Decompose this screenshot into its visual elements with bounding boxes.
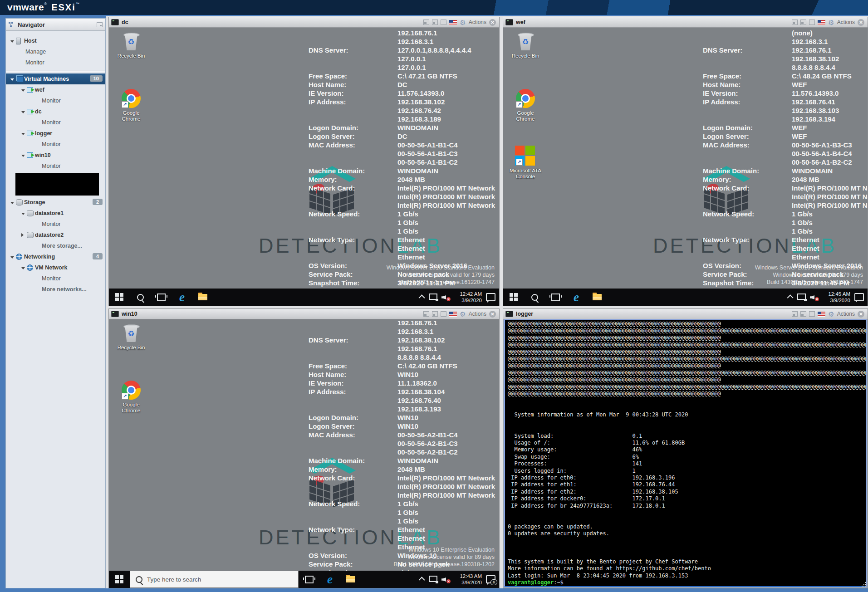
start-button[interactable]: [109, 571, 130, 588]
gear-icon[interactable]: ⚙: [828, 311, 834, 318]
start-button[interactable]: [109, 289, 130, 306]
desktop-icon-google-chrome[interactable]: ↗Google Chrome: [113, 88, 149, 122]
search-icon[interactable]: [130, 289, 151, 306]
sidebar-item-dc[interactable]: dc: [6, 106, 105, 117]
task-view-icon[interactable]: [545, 289, 566, 306]
chevron-down-icon[interactable]: [21, 87, 27, 93]
sidebar-item-networking[interactable]: Networking4: [6, 251, 105, 262]
sidebar-item-logger[interactable]: logger: [6, 128, 105, 139]
window-size-icon[interactable]: [792, 311, 798, 317]
chevron-down-icon[interactable]: [10, 254, 16, 260]
chevron-down-icon[interactable]: [10, 76, 16, 82]
desktop-icon-microsoft-ata-console[interactable]: ↗Microsoft ATA Console: [508, 145, 543, 180]
window-size-icon[interactable]: [432, 20, 438, 25]
task-view-icon[interactable]: [151, 289, 172, 306]
file-explorer-icon[interactable]: [340, 571, 361, 588]
sidebar-item-more-networks[interactable]: More networks...: [6, 284, 105, 295]
close-icon[interactable]: ✕: [489, 19, 496, 26]
chevron-right-icon[interactable]: [21, 232, 27, 238]
sidebar-item-monitor[interactable]: Monitor: [6, 57, 105, 68]
sidebar-item-wef[interactable]: wef: [6, 84, 105, 95]
console-titlebar-win10[interactable]: win10 ⚙ Actions ✕: [109, 309, 499, 319]
sidebar-item-monitor[interactable]: Monitor: [6, 139, 105, 150]
close-icon[interactable]: ✕: [858, 311, 864, 318]
chevron-down-icon[interactable]: [21, 108, 27, 115]
file-explorer-icon[interactable]: [192, 289, 213, 306]
internet-explorer-icon[interactable]: e: [566, 289, 587, 306]
sidebar-item-manage[interactable]: Manage: [6, 46, 105, 57]
edge-icon[interactable]: e: [319, 571, 340, 588]
tray-chevron-icon[interactable]: [419, 294, 425, 301]
vm-console-window-dc[interactable]: dc ⚙ Actions ✕: [108, 17, 500, 306]
search-input[interactable]: Type here to search: [130, 571, 299, 588]
window-size-icon[interactable]: [800, 20, 806, 25]
sidebar-item-storage[interactable]: Storage2: [6, 197, 105, 208]
action-center-icon[interactable]: [486, 293, 495, 301]
desktop-icon-recycle-bin[interactable]: ♻Recycle Bin: [508, 31, 543, 59]
actions-button[interactable]: Actions: [469, 311, 486, 317]
tray-chevron-icon[interactable]: [419, 577, 425, 583]
sidebar-item-monitor[interactable]: Monitor: [6, 219, 105, 230]
tray-chevron-icon[interactable]: [787, 294, 794, 301]
console-titlebar-dc[interactable]: dc ⚙ Actions ✕: [109, 17, 499, 28]
network-icon[interactable]: [429, 294, 437, 300]
window-size-icon[interactable]: [423, 311, 429, 317]
speaker-muted-icon[interactable]: ✕: [441, 294, 450, 300]
action-center-icon[interactable]: 6: [486, 575, 495, 583]
gear-icon[interactable]: ⚙: [828, 19, 834, 26]
sidebar-item-datastore2[interactable]: datastore2: [6, 230, 105, 240]
action-center-icon[interactable]: [854, 293, 864, 301]
network-icon[interactable]: [429, 576, 437, 582]
window-maximize-icon[interactable]: [441, 20, 446, 25]
chevron-down-icon[interactable]: [10, 199, 16, 205]
speaker-muted-icon[interactable]: ✕: [441, 576, 450, 582]
desktop-icon-google-chrome[interactable]: ↗Google Chrome: [113, 380, 149, 414]
sidebar-item-vm-network[interactable]: VM Network: [6, 262, 105, 273]
chevron-down-icon[interactable]: [21, 130, 27, 137]
actions-button[interactable]: Actions: [469, 19, 486, 25]
network-icon[interactable]: [797, 294, 806, 300]
window-maximize-icon[interactable]: [809, 20, 815, 25]
taskbar-clock[interactable]: 12:42 AM3/9/2020: [454, 291, 482, 303]
sidebar-item-monitor[interactable]: Monitor: [6, 117, 105, 128]
internet-explorer-icon[interactable]: e: [172, 289, 192, 306]
gear-icon[interactable]: ⚙: [460, 311, 466, 318]
sidebar-item-monitor[interactable]: Monitor: [6, 95, 105, 106]
start-button[interactable]: [503, 289, 524, 306]
desktop-icon-google-chrome[interactable]: ↗Google Chrome: [508, 88, 543, 122]
sidebar-item-monitor[interactable]: Monitor: [6, 273, 105, 284]
search-icon[interactable]: [524, 289, 545, 306]
keyboard-layout-flag-icon[interactable]: [449, 20, 457, 25]
actions-button[interactable]: Actions: [837, 19, 855, 25]
file-explorer-icon[interactable]: [587, 289, 608, 306]
close-icon[interactable]: ✕: [489, 311, 496, 318]
taskbar-clock[interactable]: 12:43 AM3/9/2020: [454, 573, 482, 586]
window-size-icon[interactable]: [792, 20, 798, 25]
close-icon[interactable]: ✕: [858, 19, 864, 26]
gear-icon[interactable]: ⚙: [460, 19, 466, 26]
keyboard-layout-flag-icon[interactable]: [818, 312, 825, 317]
chevron-down-icon[interactable]: [21, 210, 27, 216]
terminal-screen[interactable]: @@@@@@@@@@@@@@@@@@@@@@@@@@@@@@@@@@@@@@@@…: [504, 319, 867, 587]
desktop-icon-recycle-bin[interactable]: ♻Recycle Bin: [113, 323, 149, 351]
sidebar-item-virtual-machines[interactable]: Virtual Machines10: [6, 73, 105, 84]
chevron-down-icon[interactable]: [21, 264, 27, 271]
sidebar-item-win10[interactable]: win10: [6, 150, 105, 161]
taskbar-clock[interactable]: 12:45 AM3/9/2020: [822, 291, 850, 303]
window-maximize-icon[interactable]: [809, 311, 815, 317]
chevron-down-icon[interactable]: [21, 152, 27, 158]
keyboard-layout-flag-icon[interactable]: [818, 20, 825, 25]
window-size-icon[interactable]: [432, 311, 438, 317]
vm-console-window-logger[interactable]: logger ⚙ Actions ✕ @@@@@@@@@@@@@@@@@@@@@…: [503, 308, 868, 588]
keyboard-layout-flag-icon[interactable]: [449, 312, 457, 317]
panel-expand-icon[interactable]: [97, 22, 103, 27]
resize-grip[interactable]: [861, 582, 867, 587]
console-titlebar-logger[interactable]: logger ⚙ Actions ✕: [503, 309, 868, 319]
speaker-muted-icon[interactable]: ✕: [810, 294, 818, 300]
window-size-icon[interactable]: [800, 311, 806, 317]
vm-console-window-wef[interactable]: wef ⚙ Actions ✕: [503, 17, 868, 306]
task-view-icon[interactable]: [299, 571, 319, 588]
actions-button[interactable]: Actions: [837, 311, 855, 317]
chevron-down-icon[interactable]: [10, 38, 16, 44]
window-size-icon[interactable]: [423, 20, 429, 25]
